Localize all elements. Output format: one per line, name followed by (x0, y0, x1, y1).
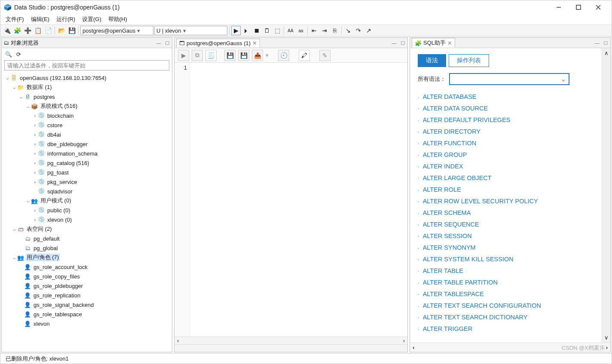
syntax-link[interactable]: ALTER TABLE PARTITION (423, 277, 498, 288)
menu-1[interactable]: 编辑(E) (28, 15, 53, 24)
expand-toggle[interactable]: ⌵ (11, 255, 17, 260)
minimize-pane-icon[interactable]: — (594, 40, 600, 46)
expand-toggle[interactable]: ⌵ (25, 198, 31, 204)
menu-2[interactable]: 运行(R) (53, 15, 79, 24)
copy-icon[interactable]: 📋 (33, 26, 43, 35)
tree-node[interactable]: ›Ⓢpg_toast (3, 168, 170, 177)
tree-node[interactable]: Ⓢsqladvisor (3, 187, 170, 196)
stop-icon[interactable]: ⏹ (252, 26, 261, 35)
tree-node[interactable]: ›Ⓢdb4ai (3, 130, 170, 139)
search-icon[interactable]: 🔍 (5, 51, 12, 58)
edit-icon[interactable]: ✎ (319, 50, 330, 61)
save-as-icon[interactable]: 💾 (238, 50, 249, 61)
expand-toggle[interactable]: ⌵ (4, 75, 10, 81)
step-in-icon[interactable]: ↘ (343, 26, 353, 35)
tree-node[interactable]: ⌵📁数据库 (1) (3, 83, 170, 92)
syntax-link[interactable]: ALTER INDEX (423, 161, 463, 172)
tree-node[interactable]: 👤gs_role_tablespace (3, 309, 170, 319)
syntax-link[interactable]: ALTER FUNCTION (423, 138, 477, 149)
tree-node[interactable]: ›Ⓢpublic (0) (3, 205, 170, 215)
step-over-icon[interactable]: ↷ (354, 26, 363, 35)
syntax-item[interactable]: ·ALTER LARGE OBJECT (418, 172, 594, 184)
syntax-link[interactable]: ALTER SYNONYM (423, 242, 476, 254)
sql-helper-tab[interactable]: 🧩 SQL助手 ✕ (412, 38, 455, 48)
menu-3[interactable]: 设置(G) (79, 15, 105, 24)
syntax-link[interactable]: ALTER DATABASE (423, 91, 477, 103)
maximize-button[interactable] (569, 0, 588, 14)
tree-node[interactable]: ⌵👥用户/角色 (7) (3, 253, 170, 262)
syntax-link[interactable]: ALTER LARGE OBJECT (423, 172, 492, 184)
expand-toggle[interactable]: › (32, 151, 38, 156)
tree-node[interactable]: ›Ⓢpg_catalog (516) (3, 158, 170, 168)
syntax-link[interactable]: ALTER DATA SOURCE (423, 103, 488, 114)
paste-icon[interactable]: 📄 (43, 26, 53, 35)
syntax-link[interactable]: ALTER TEXT SEARCH DICTIONARY (423, 312, 528, 323)
tree-node[interactable]: ›Ⓢdbe_pldebugger (3, 139, 170, 149)
syntax-item[interactable]: ·ALTER TABLE PARTITION (418, 277, 594, 288)
menu-4[interactable]: 帮助(H) (105, 15, 131, 24)
tree-node[interactable]: 👤gs_role_signal_backend (3, 300, 170, 309)
connection-combo[interactable]: postgres@openGaus▾ (80, 26, 153, 35)
syntax-link[interactable]: ALTER SEQUENCE (423, 219, 479, 230)
syntax-link[interactable]: ALTER SYSTEM KILL SESSION (423, 254, 514, 265)
expand-toggle[interactable]: › (32, 217, 38, 222)
uppercase-icon[interactable]: AA (286, 26, 295, 35)
tree-node[interactable]: ›Ⓢpkg_service (3, 177, 170, 187)
tree-node[interactable]: 👤gs_role_copy_files (3, 272, 170, 281)
expand-toggle[interactable]: › (32, 132, 38, 137)
editor-hscroll[interactable]: ‹› (174, 336, 407, 344)
exec-new-icon[interactable]: ⧉ (192, 50, 203, 61)
syntax-filter-select[interactable]: ⌵ (449, 73, 569, 85)
comment-icon[interactable]: ⎘ (330, 26, 340, 35)
object-tree[interactable]: ⌵🗄openGauss (192.168.10.130:7654)⌵📁数据库 (… (2, 72, 172, 352)
syntax-item[interactable]: ·ALTER SYNONYM (418, 242, 594, 254)
syntax-link[interactable]: ALTER TABLE (423, 265, 463, 277)
tree-node[interactable]: ›Ⓢxlevon (0) (3, 215, 170, 224)
tree-node[interactable]: ›Ⓢblockchain (3, 111, 170, 120)
minimize-pane-icon[interactable]: — (391, 40, 397, 46)
syntax-item[interactable]: ·ALTER TRIGGER (418, 323, 594, 335)
syntax-link[interactable]: ALTER DEFAULT PRIVILEGES (423, 114, 511, 126)
tree-node[interactable]: ⌵🗄openGauss (192.168.10.130:7654) (3, 73, 170, 83)
syntax-link[interactable]: ALTER TEXT SEARCH CONFIGURATION (423, 300, 541, 312)
run-line-icon[interactable]: ⏵ (242, 26, 251, 35)
save-icon[interactable]: 💾 (224, 50, 236, 61)
run-icon[interactable]: ▶ (231, 26, 241, 35)
syntax-link[interactable]: ALTER SESSION (423, 230, 472, 242)
syntax-item[interactable]: ·ALTER DIRECTORY (418, 126, 594, 138)
disconnect-icon[interactable]: 🧩 (12, 26, 22, 35)
open-icon[interactable]: 📂 (57, 26, 66, 35)
tree-node[interactable]: ›Ⓢinformation_schema (3, 149, 170, 158)
close-tab-icon[interactable]: ✕ (252, 40, 257, 46)
new-sql-icon[interactable]: ➕ (23, 26, 32, 35)
syntax-item[interactable]: ·ALTER FUNCTION (418, 138, 594, 149)
expand-toggle[interactable]: ⌵ (11, 85, 17, 90)
maximize-pane-icon[interactable]: ▢ (603, 40, 609, 46)
expand-toggle[interactable]: ⌵ (18, 94, 24, 100)
syntax-link[interactable]: ALTER ROW LEVEL SECURITY POLICY (423, 196, 538, 207)
expand-toggle[interactable]: › (32, 208, 38, 213)
expand-toggle[interactable]: › (32, 141, 38, 147)
expand-toggle[interactable]: › (32, 170, 38, 175)
step-out-icon[interactable]: ↗ (364, 26, 373, 35)
tab-syntax[interactable]: 语法 (418, 54, 446, 67)
expand-toggle[interactable]: › (32, 113, 38, 118)
syntax-link[interactable]: ALTER SCHEMA (423, 207, 471, 219)
syntax-item[interactable]: ·ALTER TEXT SEARCH DICTIONARY (418, 312, 594, 323)
tree-node[interactable]: ›Ⓢcstore (3, 120, 170, 130)
lowercase-icon[interactable]: aa (296, 26, 306, 35)
maximize-pane-icon[interactable]: ▢ (400, 40, 406, 46)
editor-tab[interactable]: 🗔 postgres@openGauss (1) ✕ (176, 39, 260, 47)
syntax-link[interactable]: ALTER DIRECTORY (423, 126, 481, 138)
tree-node[interactable]: 👤gs_role_replication (3, 291, 170, 300)
syntax-link[interactable]: ALTER TRIGGER (423, 323, 472, 335)
expand-toggle[interactable]: ⌵ (25, 104, 31, 109)
code-area[interactable] (190, 63, 407, 336)
close-tab-icon[interactable]: ✕ (447, 40, 452, 46)
outdent-icon[interactable]: ⇥ (320, 26, 329, 35)
minimize-pane-icon[interactable]: — (156, 40, 162, 46)
tree-node[interactable]: 👤xlevon (3, 319, 170, 328)
syntax-item[interactable]: ·ALTER TABLE (418, 265, 594, 277)
sql-editor[interactable]: 1 (174, 63, 407, 336)
export-icon[interactable]: 📤 (252, 50, 263, 61)
